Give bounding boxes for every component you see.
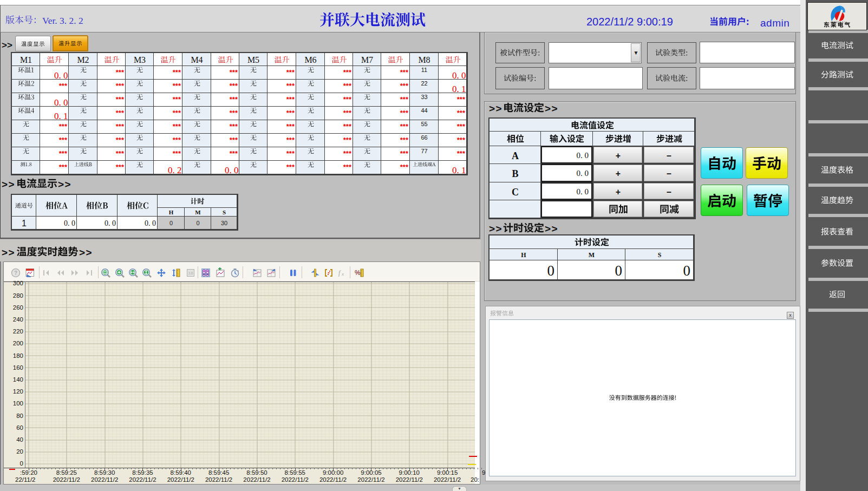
svg-text:?: ? [14, 270, 17, 276]
svg-text:%: % [355, 269, 361, 277]
svg-text:f: f [338, 269, 341, 277]
svg-text:18: 18 [188, 271, 193, 276]
svg-text:x: x [341, 271, 344, 277]
